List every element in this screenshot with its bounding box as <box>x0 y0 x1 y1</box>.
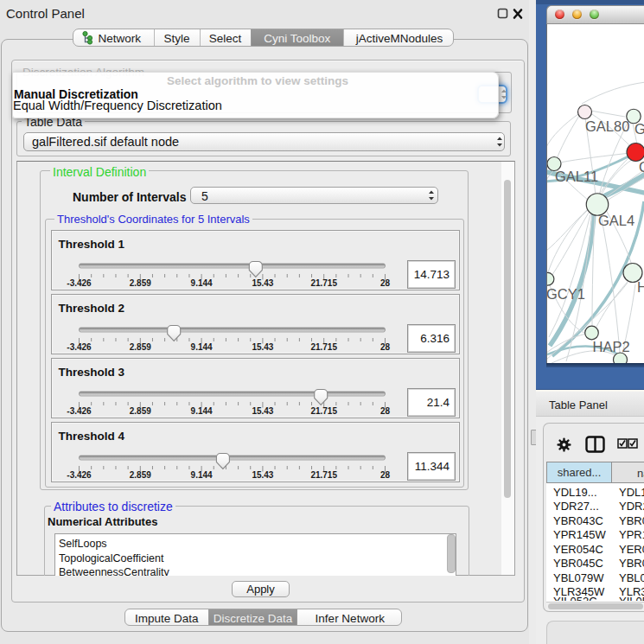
svg-text:9.144: 9.144 <box>190 278 212 288</box>
svg-text:GAL2: GAL2 <box>634 121 644 137</box>
svg-text:21.715: 21.715 <box>310 278 337 288</box>
svg-text:GAL80: GAL80 <box>585 118 629 134</box>
svg-text:HA: HA <box>637 279 644 295</box>
svg-text:2.859: 2.859 <box>129 406 150 416</box>
svg-text:GCY1: GCY1 <box>547 286 585 302</box>
svg-text:21.715: 21.715 <box>310 470 337 480</box>
svg-text:-3.426: -3.426 <box>67 278 92 288</box>
svg-text:CD: CD <box>639 159 644 175</box>
svg-text:9.144: 9.144 <box>190 470 212 480</box>
svg-text:21.715: 21.715 <box>310 406 337 416</box>
svg-text:21.715: 21.715 <box>310 342 337 352</box>
svg-text:-3.426: -3.426 <box>67 406 92 416</box>
svg-text:15.43: 15.43 <box>252 406 273 416</box>
svg-text:-3.426: -3.426 <box>67 342 92 352</box>
svg-text:GAL4: GAL4 <box>598 213 634 228</box>
svg-text:28: 28 <box>379 406 390 416</box>
svg-text:2.859: 2.859 <box>129 342 150 352</box>
svg-text:2.859: 2.859 <box>129 470 150 480</box>
svg-text:15.43: 15.43 <box>252 278 273 288</box>
svg-text:HAP2: HAP2 <box>593 339 630 354</box>
svg-text:GAL11: GAL11 <box>555 169 598 184</box>
svg-text:9.144: 9.144 <box>190 342 212 352</box>
svg-text:2.859: 2.859 <box>129 278 150 288</box>
svg-text:-3.426: -3.426 <box>67 470 92 480</box>
svg-text:9.144: 9.144 <box>190 406 212 416</box>
svg-text:28: 28 <box>379 278 390 288</box>
svg-text:15.43: 15.43 <box>252 342 273 352</box>
svg-text:28: 28 <box>379 342 390 352</box>
svg-text:28: 28 <box>379 470 390 480</box>
svg-text:15.43: 15.43 <box>252 470 273 480</box>
